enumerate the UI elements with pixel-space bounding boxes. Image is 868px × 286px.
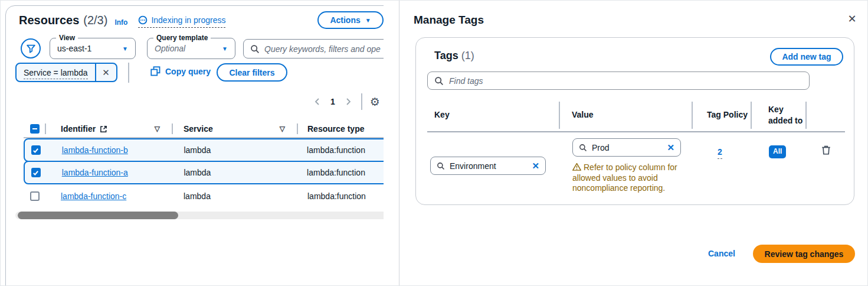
resource-type-cell: lambda:function: [297, 145, 384, 155]
sort-icon[interactable]: ▽: [155, 125, 160, 133]
horizontal-scrollbar[interactable]: [15, 212, 384, 219]
external-link-icon: [100, 125, 107, 133]
add-new-tag-button[interactable]: Add new tag: [770, 48, 843, 66]
resource-count: (2/3): [83, 14, 107, 27]
actions-label: Actions: [330, 15, 360, 25]
policy-warning-text: Refer to policy column for allowed value…: [572, 162, 677, 193]
view-value: us-east-1: [57, 44, 91, 53]
filter-funnel-button[interactable]: [21, 38, 41, 58]
search-icon: [437, 162, 445, 170]
select-all-checkbox[interactable]: [30, 124, 40, 134]
clear-key-icon[interactable]: ✕: [532, 160, 539, 172]
query-template-label: Query template: [153, 34, 211, 42]
caret-down-icon: ▼: [365, 17, 371, 24]
screen: Resources (2/3) Info Indexing in progres…: [0, 0, 868, 286]
tags-count: (1): [461, 50, 474, 61]
view-select[interactable]: View us-east-1 ▼: [50, 38, 136, 59]
resources-card: Resources (2/3) Info Indexing in progres…: [5, 5, 384, 286]
toolbar-divider: [128, 63, 129, 83]
clear-value-icon[interactable]: ✕: [667, 142, 674, 154]
select-all-cell: [24, 121, 46, 137]
search-icon: [250, 44, 260, 54]
caret-down-icon: ▼: [222, 46, 228, 52]
sort-icon[interactable]: ▽: [280, 125, 285, 133]
review-tag-changes-button[interactable]: Review tag changes: [753, 245, 855, 263]
next-page-button[interactable]: [340, 94, 356, 109]
column-header-resource-type[interactable]: Resource type: [298, 121, 384, 137]
resource-type-cell: lambda:function: [297, 168, 384, 177]
check-icon: [32, 170, 39, 176]
chevron-left-icon: [313, 98, 322, 106]
column-header-value: Value: [559, 99, 692, 131]
table-row[interactable]: lambda-function-a lambda lambda:function: [24, 161, 384, 184]
tag-policy-link[interactable]: 2: [718, 147, 722, 159]
gear-icon[interactable]: ⚙: [368, 95, 382, 109]
cancel-button[interactable]: Cancel: [708, 249, 735, 258]
tag-value-box: ✕: [572, 138, 681, 157]
service-cell: lambda: [173, 191, 298, 201]
delete-tag-button[interactable]: [821, 145, 831, 157]
resource-type-cell: lambda:function: [298, 191, 384, 201]
previous-page-button[interactable]: [310, 94, 325, 109]
column-header-identifier[interactable]: Identifier ▽: [46, 121, 173, 137]
tag-row: ✕ ✕ Refer to policy column f: [427, 132, 845, 194]
chip-dismiss-icon[interactable]: ✕: [96, 67, 116, 78]
table-header-row: Identifier ▽ Service ▽ Resource type: [24, 121, 384, 138]
pagination: 1 ⚙: [310, 93, 382, 110]
query-search-input[interactable]: [264, 44, 381, 54]
page-number[interactable]: 1: [325, 97, 340, 106]
table-row[interactable]: lambda-function-c lambda lambda:function: [24, 184, 384, 208]
add-new-tag-label: Add new tag: [782, 52, 831, 61]
find-tags-input[interactable]: [449, 76, 803, 86]
column-header-tag-policy: Tag Policy: [692, 99, 751, 131]
check-icon: [32, 147, 39, 154]
tags-card: Tags(1) Add new tag Key Value Tag Policy…: [415, 37, 854, 205]
key-added-to-badge[interactable]: All: [769, 145, 786, 158]
actions-button[interactable]: Actions ▼: [317, 11, 384, 29]
tags-card-title: Tags(1): [434, 50, 474, 62]
column-header-key: Key: [427, 99, 559, 131]
scrollbar-thumb[interactable]: [18, 212, 178, 219]
tag-value-input[interactable]: [592, 143, 662, 152]
row-checkbox[interactable]: [31, 168, 41, 177]
column-header-service[interactable]: Service ▽: [173, 121, 298, 137]
tags-table-header: Key Value Tag Policy Key added to: [427, 99, 845, 132]
query-template-select[interactable]: Query template Optional ▼: [147, 38, 235, 59]
resource-identifier-link[interactable]: lambda-function-c: [61, 191, 126, 201]
close-icon[interactable]: ✕: [843, 10, 861, 28]
resource-identifier-link[interactable]: lambda-function-a: [62, 168, 128, 177]
caret-down-icon: ▼: [122, 46, 128, 52]
pending-icon: [138, 15, 148, 25]
indexing-label: Indexing in progress: [151, 15, 225, 25]
search-icon: [579, 144, 587, 152]
indexing-status-link[interactable]: Indexing in progress: [138, 15, 225, 28]
tags-title-label: Tags: [434, 50, 458, 61]
search-icon: [434, 76, 444, 86]
table-row[interactable]: lambda-function-b lambda lambda:function: [24, 138, 384, 162]
funnel-icon: [26, 44, 36, 54]
query-search-box: [243, 39, 384, 58]
row-checkbox[interactable]: [31, 145, 41, 155]
clear-filters-button[interactable]: Clear filters: [217, 63, 287, 82]
filter-chip: Service = lambda ✕: [15, 63, 117, 82]
clear-filters-label: Clear filters: [229, 68, 274, 77]
copy-icon: [150, 66, 161, 76]
info-link[interactable]: Info: [114, 18, 127, 27]
row-checkbox[interactable]: [30, 191, 40, 201]
identifier-header-label: Identifier: [61, 124, 96, 134]
copy-query-button[interactable]: Copy query: [150, 66, 211, 76]
tag-key-input[interactable]: [450, 161, 527, 171]
column-header-key-added-to: Key added to: [751, 99, 805, 131]
resource-identifier-link[interactable]: lambda-function-b: [62, 145, 128, 155]
pagination-divider: [361, 93, 362, 110]
tags-table: Key Value Tag Policy Key added to ✕: [427, 99, 845, 194]
page-title: Resources: [19, 14, 79, 27]
policy-warning: Refer to policy column for allowed value…: [572, 162, 694, 194]
resources-table: Identifier ▽ Service ▽ Resource type: [24, 121, 384, 208]
manage-tags-title: Manage Tags: [414, 14, 484, 27]
service-cell: lambda: [173, 168, 297, 177]
resources-header: Resources (2/3) Info Indexing in progres…: [19, 13, 225, 28]
chevron-right-icon: [344, 98, 352, 106]
query-template-value: Optional: [155, 44, 185, 53]
tag-key-box: ✕: [430, 157, 546, 175]
